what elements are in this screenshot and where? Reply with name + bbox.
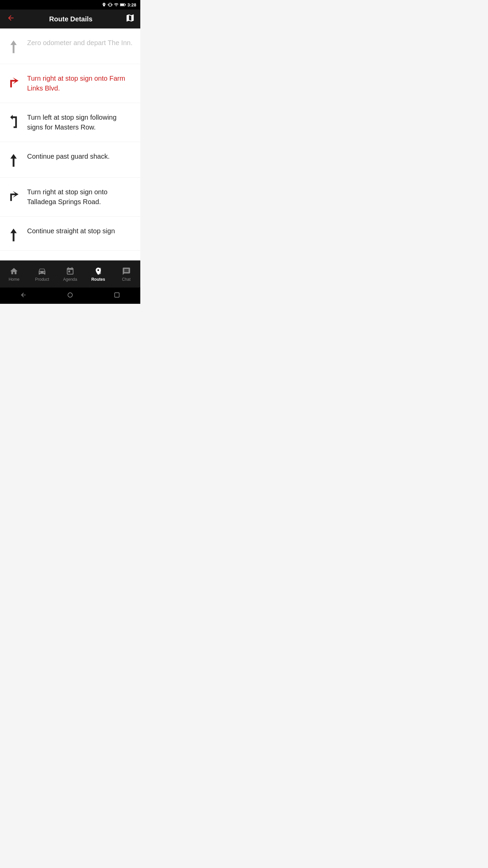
step-6-icon — [5, 228, 22, 242]
app-header: Route Details — [0, 9, 140, 28]
step-1-icon — [5, 39, 22, 54]
step-3-icon — [5, 114, 22, 129]
agenda-icon — [66, 267, 75, 276]
nav-label-product: Product — [35, 277, 49, 282]
step-4-text: Continue past guard shack. — [27, 152, 134, 161]
back-arrow-icon — [7, 14, 15, 22]
home-icon — [9, 267, 18, 276]
signal-icon — [114, 2, 119, 7]
nav-label-routes: Routes — [91, 277, 105, 282]
nav-label-chat: Chat — [122, 277, 130, 282]
route-step-2: Turn right at stop sign onto Farm Links … — [0, 64, 140, 103]
battery-icon — [120, 2, 126, 7]
route-step-1: Zero odometer and depart The Inn. — [0, 28, 140, 64]
route-step-5: Turn right at stop sign onto Talladega S… — [0, 178, 140, 217]
android-recents-button[interactable] — [114, 292, 120, 300]
route-step-3: Turn left at stop sign following signs f… — [0, 103, 140, 142]
nav-item-chat[interactable]: Chat — [112, 264, 140, 284]
nav-item-product[interactable]: Product — [28, 264, 56, 284]
step-1-text: Zero odometer and depart The Inn. — [27, 38, 134, 48]
step-3-text: Turn left at stop sign following signs f… — [27, 113, 134, 132]
route-steps-list: Zero odometer and depart The Inn. Turn r… — [0, 28, 140, 260]
time-display: 3:28 — [127, 2, 136, 7]
step-2-icon — [5, 75, 22, 90]
vibrate-icon — [108, 2, 113, 7]
bottom-navigation: Home Product Agenda Routes Chat — [0, 260, 140, 288]
step-2-text: Turn right at stop sign onto Farm Links … — [27, 74, 134, 93]
nav-item-home[interactable]: Home — [0, 264, 28, 284]
step-5-text: Turn right at stop sign onto Talladega S… — [27, 187, 134, 207]
svg-rect-4 — [115, 293, 119, 297]
status-bar: 3:28 — [0, 0, 140, 9]
map-icon — [125, 13, 135, 23]
location-icon — [102, 2, 106, 7]
svg-rect-1 — [120, 4, 124, 5]
route-step-4: Continue past guard shack. — [0, 142, 140, 178]
nav-label-agenda: Agenda — [63, 277, 77, 282]
svg-rect-2 — [125, 4, 126, 5]
map-button[interactable] — [125, 13, 135, 25]
android-nav-bar — [0, 288, 140, 304]
step-4-icon — [5, 153, 22, 168]
chat-icon — [122, 267, 131, 276]
product-icon — [38, 267, 46, 276]
android-back-button[interactable] — [20, 292, 27, 300]
nav-item-routes[interactable]: Routes — [84, 264, 112, 284]
android-home-button[interactable] — [67, 292, 74, 300]
back-button[interactable] — [5, 13, 16, 25]
nav-label-home: Home — [8, 277, 19, 282]
route-step-6: Continue straight at stop sign — [0, 217, 140, 251]
step-5-icon — [5, 189, 22, 203]
routes-icon — [94, 267, 103, 276]
step-6-text: Continue straight at stop sign — [27, 226, 134, 236]
nav-item-agenda[interactable]: Agenda — [56, 264, 84, 284]
page-title: Route Details — [49, 15, 93, 23]
status-icons: 3:28 — [102, 2, 136, 7]
svg-point-3 — [68, 293, 72, 297]
